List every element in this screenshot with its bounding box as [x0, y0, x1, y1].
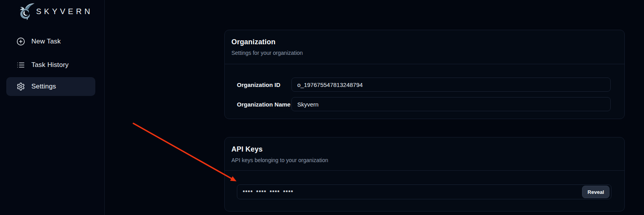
- organization-card-header: Organization Settings for your organizat…: [225, 30, 624, 64]
- organization-id-label: Organization ID: [237, 81, 291, 88]
- brand-name: SKYVERN: [36, 7, 93, 16]
- api-keys-card-header: API Keys API keys belonging to your orga…: [225, 137, 624, 171]
- sidebar-item-new-task[interactable]: New Task: [6, 32, 95, 51]
- sidebar-item-label: Settings: [31, 83, 56, 90]
- gear-icon: [16, 82, 25, 91]
- organization-name-row: Organization Name: [237, 97, 611, 111]
- sidebar-item-task-history[interactable]: Task History: [6, 56, 95, 74]
- organization-card-subtitle: Settings for your organization: [231, 50, 615, 56]
- organization-id-row: Organization ID: [237, 78, 611, 92]
- list-icon: [16, 61, 25, 69]
- organization-card-title: Organization: [231, 38, 615, 46]
- organization-id-input[interactable]: [291, 78, 611, 92]
- organization-card: Organization Settings for your organizat…: [224, 30, 625, 119]
- api-key-row: Reveal: [237, 184, 611, 199]
- organization-name-input[interactable]: [291, 97, 611, 111]
- settings-page: SKYVERN New Task: [0, 0, 644, 215]
- dragon-logo-icon: [16, 2, 35, 21]
- api-keys-card-title: API Keys: [231, 145, 615, 154]
- sidebar-item-settings[interactable]: Settings: [6, 77, 95, 96]
- api-key-masked-input[interactable]: [237, 184, 611, 199]
- sidebar-item-label: New Task: [31, 38, 61, 45]
- organization-name-label: Organization Name: [237, 101, 291, 108]
- plus-circle-icon: [16, 37, 25, 46]
- api-keys-card: API Keys API keys belonging to your orga…: [224, 137, 625, 211]
- sidebar: SKYVERN New Task: [0, 0, 105, 215]
- api-keys-card-subtitle: API keys belonging to your organization: [231, 157, 615, 163]
- sidebar-item-label: Task History: [31, 61, 69, 69]
- reveal-button[interactable]: Reveal: [582, 186, 609, 198]
- skyvern-logo[interactable]: SKYVERN: [0, 0, 105, 23]
